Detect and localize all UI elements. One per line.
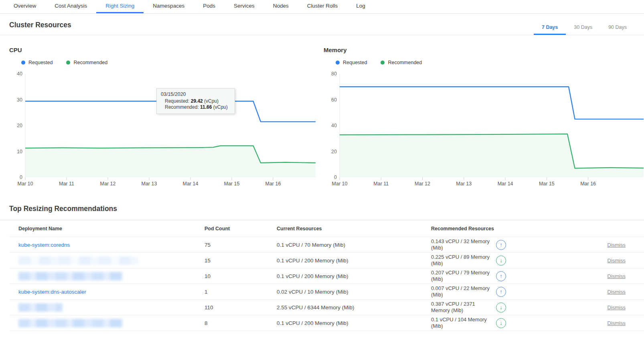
recommended-resources-value: 0.225 vCPU / 89 Memory (Mib) — [431, 254, 496, 267]
dismiss-link[interactable]: Dismiss — [608, 289, 626, 295]
range-30-days[interactable]: 30 Days — [566, 24, 600, 35]
table-row: 8 0.1 vCPU / 200 Memory (Mib) 0.1 vCPU /… — [9, 315, 644, 331]
tab-services[interactable]: Services — [225, 0, 264, 13]
svg-text:Mar 16: Mar 16 — [580, 181, 596, 187]
deployment-link-kube-system-coredns[interactable]: kube-system:coredns — [18, 242, 70, 248]
recommendations-table: Deployment Name Pod Count Current Resour… — [9, 220, 644, 331]
svg-text:20: 20 — [331, 149, 337, 154]
col-deployment-name: Deployment Name — [9, 226, 205, 231]
recommended-resources-value: 0.207 vCPU / 79 Memory (Mib) — [431, 270, 496, 282]
legend-recommended[interactable]: Recommended — [381, 60, 422, 65]
table-row: 110 2.55 vCPU / 6344 Memory (Mib) 0.387 … — [9, 300, 644, 315]
svg-text:60: 60 — [331, 97, 337, 103]
charts-row: CPU RequestedRecommended 03/15/2020 Requ… — [0, 35, 644, 189]
memory-legend: RequestedRecommended — [336, 60, 644, 65]
pod-count-value: 110 — [205, 304, 277, 311]
tab-right-sizing[interactable]: Right Sizing — [96, 0, 144, 13]
table-row: 10 0.1 vCPU / 200 Memory (Mib) 0.207 vCP… — [9, 268, 644, 284]
memory-chart[interactable]: 020406080Mar 10Mar 11Mar 12Mar 13Mar 14M… — [324, 71, 644, 189]
svg-text:Mar 11: Mar 11 — [373, 181, 389, 187]
page-title: Cluster Resources — [9, 21, 71, 35]
tab-nodes[interactable]: Nodes — [264, 0, 298, 13]
pod-count-value: 15 — [205, 258, 277, 264]
redacted-deployment-name[interactable] — [18, 272, 123, 280]
requested-dot-icon — [161, 100, 163, 102]
dismiss-link[interactable]: Dismiss — [608, 304, 626, 311]
svg-text:40: 40 — [331, 123, 337, 128]
current-resources-value: 0.1 vCPU / 200 Memory (Mib) — [277, 258, 431, 264]
svg-text:Mar 10: Mar 10 — [332, 181, 348, 187]
legend-recommended[interactable]: Recommended — [66, 60, 107, 65]
table-row: kube-system:coredns 75 0.1 vCPU / 70 Mem… — [9, 237, 644, 253]
pod-count-value: 1 — [205, 289, 277, 295]
dismiss-link[interactable]: Dismiss — [608, 258, 626, 264]
cpu-chart[interactable]: 03/15/2020 Requested: 29.42 (vCpu) Recom… — [9, 71, 317, 189]
col-recommended-resources: Recommended Resources — [431, 226, 496, 231]
dismiss-link[interactable]: Dismiss — [608, 242, 626, 248]
tab-pods[interactable]: Pods — [194, 0, 225, 13]
svg-text:Mar 13: Mar 13 — [142, 181, 157, 187]
deployment-link-kube-system-dns-autoscaler[interactable]: kube-system:dns-autoscaler — [18, 289, 86, 295]
current-resources-value: 0.1 vCPU / 200 Memory (Mib) — [277, 320, 431, 326]
tab-overview[interactable]: Overview — [4, 0, 45, 13]
current-resources-value: 2.55 vCPU / 6344 Memory (Mib) — [277, 304, 431, 311]
svg-text:40: 40 — [17, 71, 22, 77]
cpu-legend: RequestedRecommended — [21, 60, 317, 65]
scale-up-arrow-icon: ↑ — [496, 271, 506, 281]
time-range-toggle: 7 Days30 Days90 Days — [534, 24, 635, 35]
tab-cluster-rolls[interactable]: Cluster Rolls — [298, 0, 347, 13]
memory-plot[interactable]: 020406080Mar 10Mar 11Mar 12Mar 13Mar 14M… — [324, 71, 644, 187]
range-7-days[interactable]: 7 Days — [534, 24, 566, 35]
svg-text:Mar 16: Mar 16 — [265, 181, 281, 187]
svg-text:Mar 10: Mar 10 — [18, 181, 33, 187]
svg-text:Mar 15: Mar 15 — [224, 181, 239, 187]
svg-text:Mar 12: Mar 12 — [415, 181, 430, 187]
range-90-days[interactable]: 90 Days — [600, 24, 635, 35]
recommendations-title: Top Resizing Recommendations — [9, 205, 644, 213]
memory-chart-title: Memory — [324, 47, 644, 53]
top-nav: OverviewCost AnalysisRight SizingNamespa… — [0, 0, 644, 14]
svg-text:80: 80 — [331, 71, 337, 77]
tab-namespaces[interactable]: Namespaces — [144, 0, 194, 13]
scale-up-arrow-icon: ↑ — [496, 240, 506, 250]
tab-log[interactable]: Log — [347, 0, 375, 13]
legend-requested[interactable]: Requested — [21, 60, 53, 65]
table-row: kube-system:dns-autoscaler 1 0.02 vCPU /… — [9, 284, 644, 300]
cpu-chart-title: CPU — [9, 47, 317, 53]
dismiss-link[interactable]: Dismiss — [608, 320, 626, 326]
svg-text:Mar 14: Mar 14 — [498, 181, 513, 187]
requested-dot-icon — [21, 61, 25, 65]
svg-text:10: 10 — [17, 149, 22, 154]
nav-tabs: OverviewCost AnalysisRight SizingNamespa… — [0, 0, 644, 13]
scale-down-arrow-icon: ↓ — [496, 302, 506, 313]
tooltip-date: 03/15/2020 — [161, 91, 231, 97]
current-resources-value: 0.1 vCPU / 200 Memory (Mib) — [277, 273, 431, 279]
redacted-deployment-name[interactable] — [18, 319, 123, 327]
svg-text:30: 30 — [17, 97, 22, 103]
scale-up-arrow-icon: ↑ — [496, 287, 506, 297]
recommended-resources-value: 0.007 vCPU / 22 Memory (Mib) — [431, 285, 496, 298]
dismiss-link[interactable]: Dismiss — [608, 273, 626, 279]
pod-count-value: 75 — [205, 242, 277, 248]
recommended-resources-value: 0.387 vCPU / 2371 Memory (Mib) — [431, 301, 496, 314]
svg-text:Mar 12: Mar 12 — [100, 181, 116, 187]
recommended-resources-value: 0.143 vCPU / 32 Memory (Mib) — [431, 238, 496, 251]
pod-count-value: 8 — [205, 320, 277, 326]
redacted-deployment-name[interactable] — [18, 303, 63, 312]
scale-down-arrow-icon: ↓ — [496, 256, 506, 266]
col-current-resources: Current Resources — [277, 226, 431, 231]
svg-text:Mar 15: Mar 15 — [539, 181, 555, 187]
svg-text:Mar 14: Mar 14 — [182, 181, 198, 187]
svg-text:20: 20 — [17, 123, 22, 128]
redacted-deployment-name[interactable] — [18, 256, 139, 265]
current-resources-value: 0.02 vCPU / 10 Memory (Mib) — [277, 289, 431, 295]
svg-text:Mar 13: Mar 13 — [456, 181, 472, 187]
recommended-resources-value: 0.1 vCPU / 104 Memory (Mib) — [431, 317, 496, 329]
tab-cost-analysis[interactable]: Cost Analysis — [45, 0, 96, 13]
recommended-dot-icon — [161, 106, 163, 108]
cpu-chart-panel: CPU RequestedRecommended 03/15/2020 Requ… — [0, 35, 317, 189]
tooltip-requested-row: Requested: 29.42 (vCpu) — [161, 98, 231, 104]
recommended-dot-icon — [381, 61, 385, 65]
scale-down-arrow-icon: ↓ — [496, 318, 506, 328]
legend-requested[interactable]: Requested — [336, 60, 367, 65]
